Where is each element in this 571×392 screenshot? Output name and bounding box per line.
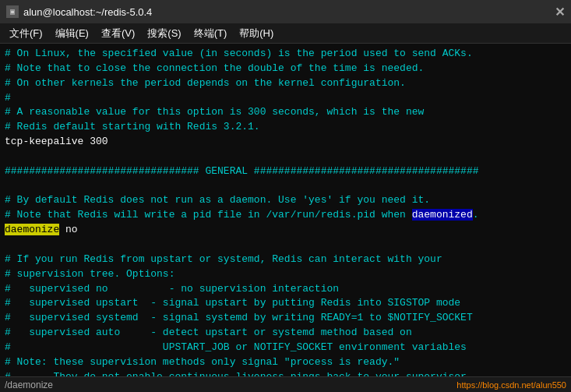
statusbar-url: https://blog.csdn.net/alun550 xyxy=(456,380,566,390)
close-button[interactable]: ✕ xyxy=(555,5,565,19)
menu-terminal[interactable]: 终端(T) xyxy=(188,25,234,42)
menu-edit[interactable]: 编辑(E) xyxy=(49,25,95,42)
line-5: # A reasonable value for this option is … xyxy=(5,105,566,120)
line-13: daemonize no xyxy=(5,223,566,238)
line-12: # Note that Redis will write a pid file … xyxy=(5,208,566,223)
menu-help[interactable]: 帮助(H) xyxy=(233,25,280,42)
line-19: # supervised systemd - signal systemd by… xyxy=(5,311,566,326)
menu-file[interactable]: 文件(F) xyxy=(3,25,49,42)
line-17: # supervised no - no supervision interac… xyxy=(5,282,566,297)
titlebar: ▣ alun@localhost:~/redis-5.0.4 ✕ xyxy=(0,0,571,23)
line-16: # supervision tree. Options: xyxy=(5,267,566,282)
line-15: # If you run Redis from upstart or syste… xyxy=(5,253,566,267)
line-1: # On Linux, the specified value (in seco… xyxy=(5,47,566,62)
line-10 xyxy=(5,179,566,194)
line-8 xyxy=(5,150,566,164)
line-21: # UPSTART_JOB or NOTIFY_SOCKET environme… xyxy=(5,341,566,355)
statusbar-path: /daemonize xyxy=(5,380,53,390)
daemonize-highlight: daemonize xyxy=(5,224,59,235)
daemonized-highlight: daemonized xyxy=(412,209,473,221)
line-3: # On other kernels the period depends on… xyxy=(5,76,566,91)
line-23: # They do not enable continuous liveness… xyxy=(5,370,566,376)
window-title: alun@localhost:~/redis-5.0.4 xyxy=(23,6,152,18)
terminal-content: # On Linux, the specified value (in seco… xyxy=(0,44,571,376)
titlebar-left: ▣ alun@localhost:~/redis-5.0.4 xyxy=(6,5,152,18)
line-9: ################################ GENERAL… xyxy=(5,164,566,179)
line-4: # xyxy=(5,91,566,106)
line-2: # Note that to close the connection the … xyxy=(5,62,566,76)
line-18: # supervised upstart - signal upstart by… xyxy=(5,296,566,311)
line-6: # Redis default starting with Redis 3.2.… xyxy=(5,120,566,135)
menu-search[interactable]: 搜索(S) xyxy=(141,25,187,42)
menubar: 文件(F) 编辑(E) 查看(V) 搜索(S) 终端(T) 帮助(H) xyxy=(0,23,571,44)
line-22: # Note: these supervision methods only s… xyxy=(5,355,566,370)
window-icon: ▣ xyxy=(6,5,19,18)
line-14 xyxy=(5,238,566,253)
line-7: tcp-keepalive 300 xyxy=(5,135,566,150)
line-20: # supervised auto - detect upstart or sy… xyxy=(5,326,566,341)
statusbar: /daemonize https://blog.csdn.net/alun550 xyxy=(0,376,571,392)
terminal-window: ▣ alun@localhost:~/redis-5.0.4 ✕ 文件(F) 编… xyxy=(0,0,571,392)
line-11: # By default Redis does not run as a dae… xyxy=(5,193,566,208)
menu-view[interactable]: 查看(V) xyxy=(95,25,141,42)
